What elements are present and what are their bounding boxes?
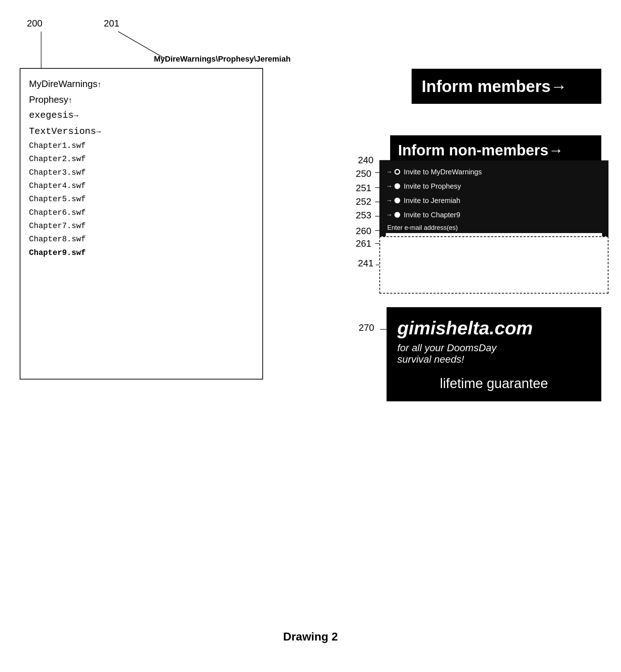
bullet-open <box>394 169 400 175</box>
inform-nonmembers-title: Inform non-members→ <box>398 142 593 159</box>
ad-guarantee: lifetime guarantee <box>397 376 591 391</box>
page-container: 200 201 225 240 241 250 251 252 253 260 … <box>0 0 621 672</box>
bullet-filled-1 <box>394 183 400 189</box>
arrow-icon-4: → <box>386 208 392 221</box>
arrow-icon-3: → <box>386 194 392 207</box>
label-250: 250 <box>356 168 371 179</box>
drawing-label: Drawing 2 <box>283 630 338 643</box>
invite-option-label-1: Invite to MyDreWarnings <box>404 165 482 179</box>
invite-option-label-2: Invite to Prophesy <box>404 179 461 193</box>
label-201: 201 <box>104 18 119 29</box>
file-tree-item-chapter8[interactable]: Chapter8.swf <box>29 233 254 246</box>
file-tree-item-prophesy[interactable]: Prophesy↑ <box>29 92 254 107</box>
breadcrumb: MyDireWarnings\Prophesy\Jeremiah <box>154 54 291 64</box>
invite-option-label-3: Invite to Jeremiah <box>404 193 460 208</box>
file-tree-item-chapter2[interactable]: Chapter2.swf <box>29 153 254 166</box>
file-tree-item-chapter9[interactable]: Chapter9.swf <box>29 246 254 260</box>
label-261: 261 <box>356 238 371 249</box>
dashed-box-241 <box>379 236 608 294</box>
label-260: 260 <box>356 226 371 237</box>
invite-option-mydrewarnings[interactable]: → Invite to MyDreWarnings <box>386 165 602 179</box>
invite-option-chapter9[interactable]: → Invite to Chapter9 <box>386 208 602 222</box>
invite-option-jeremiah[interactable]: → Invite to Jeremiah <box>386 193 602 208</box>
file-tree-item-chapter3[interactable]: Chapter3.swf <box>29 166 254 179</box>
file-tree-item-chapter1[interactable]: Chapter1.swf <box>29 139 254 153</box>
bullet-filled-3 <box>394 212 400 218</box>
label-253: 253 <box>356 210 371 221</box>
invite-option-prophesy[interactable]: → Invite to Prophesy <box>386 179 602 193</box>
file-tree-panel: MyDireWarnings↑ Prophesy↑ exegesis→ Text… <box>20 68 263 379</box>
file-tree-item-chapter5[interactable]: Chapter5.swf <box>29 193 254 206</box>
label-251: 251 <box>356 183 371 194</box>
ad-site: gimishelta.com <box>397 317 591 339</box>
ad-tagline: for all your DoomsDay survival needs! <box>397 342 591 365</box>
label-240: 240 <box>358 155 373 166</box>
bullet-filled-2 <box>394 198 400 203</box>
label-270: 270 <box>359 322 374 333</box>
invite-option-label-4: Invite to Chapter9 <box>404 208 460 222</box>
file-tree-item-textversions[interactable]: TextVersions→ <box>29 124 254 139</box>
ad-box[interactable]: gimishelta.com for all your DoomsDay sur… <box>387 307 601 401</box>
file-tree-item-exegesis[interactable]: exegesis→ <box>29 107 254 123</box>
arrow-icon-1: → <box>386 165 392 178</box>
inform-members-box[interactable]: Inform members→ <box>412 69 601 104</box>
label-241: 241 <box>358 258 373 269</box>
file-tree-item-mydirewarnings[interactable]: MyDireWarnings↑ <box>29 76 254 92</box>
arrow-icon-2: → <box>386 180 392 193</box>
inform-members-title: Inform members→ <box>422 77 591 96</box>
label-252: 252 <box>356 196 371 207</box>
label-200: 200 <box>27 18 42 29</box>
file-tree-item-chapter6[interactable]: Chapter6.swf <box>29 206 254 219</box>
file-tree-item-chapter7[interactable]: Chapter7.swf <box>29 219 254 233</box>
enter-email-label: Enter e-mail address(es) <box>387 224 602 232</box>
file-tree-item-chapter4[interactable]: Chapter4.swf <box>29 179 254 193</box>
